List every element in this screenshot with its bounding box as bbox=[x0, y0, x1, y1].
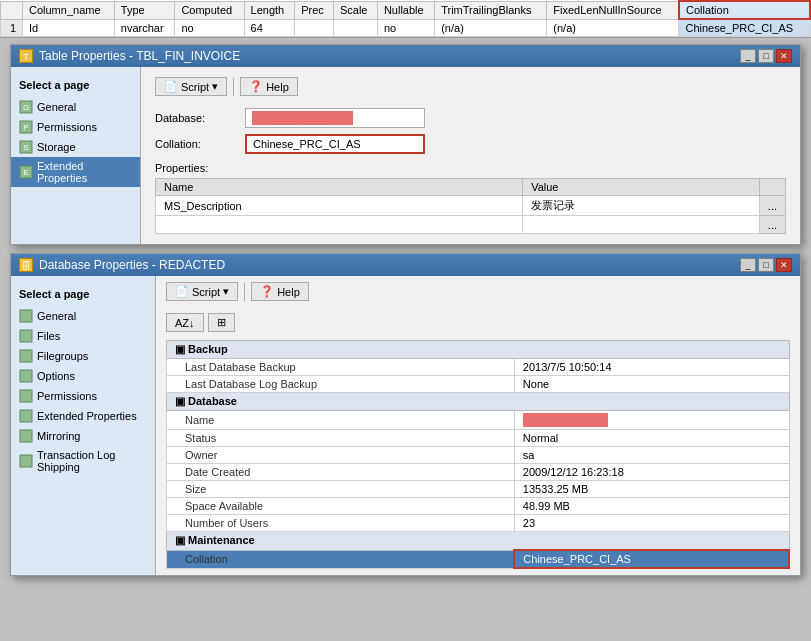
maximize-button[interactable]: □ bbox=[758, 49, 774, 63]
cell-owner-value: sa bbox=[514, 447, 789, 464]
row-owner: Owner sa bbox=[167, 447, 790, 464]
svg-rect-15 bbox=[20, 455, 32, 467]
cell-collation: Chinese_PRC_CI_AS bbox=[679, 19, 810, 37]
sidebar-label-permissions: Permissions bbox=[37, 121, 97, 133]
db-toolbar-sep bbox=[244, 283, 245, 301]
toolbar-sep bbox=[233, 78, 234, 96]
script-button[interactable]: 📄 Script ▾ bbox=[155, 77, 227, 96]
collation-value: Chinese_PRC_CI_AS bbox=[245, 134, 425, 154]
section-database-label: ▣ Database bbox=[167, 393, 790, 411]
db-sidebar-item-log-shipping[interactable]: Transaction Log Shipping bbox=[11, 446, 155, 476]
sidebar-item-permissions[interactable]: P Permissions bbox=[11, 117, 140, 137]
svg-text:S: S bbox=[23, 143, 28, 152]
svg-rect-14 bbox=[20, 430, 32, 442]
section-database-text: Database bbox=[188, 395, 237, 407]
cell-trim: (n/a) bbox=[435, 19, 547, 37]
row-last-log-backup: Last Database Log Backup None bbox=[167, 376, 790, 393]
db-script-button[interactable]: 📄 Script ▾ bbox=[166, 282, 238, 301]
cell-last-log-backup-name: Last Database Log Backup bbox=[167, 376, 515, 393]
section-backup-text: Backup bbox=[188, 343, 228, 355]
db-sidebar-item-extended[interactable]: Extended Properties bbox=[11, 406, 155, 426]
cell-num-users-value: 23 bbox=[514, 515, 789, 532]
db-help-button[interactable]: ❓ Help bbox=[251, 282, 309, 301]
sidebar-item-storage[interactable]: S Storage bbox=[11, 137, 140, 157]
col-header-trim: TrimTrailingBlanks bbox=[435, 1, 547, 19]
row-collation: Collation Chinese_PRC_CI_AS bbox=[167, 550, 790, 568]
collation-row: Collation: Chinese_PRC_CI_AS bbox=[155, 134, 786, 154]
db-help-icon: ❓ bbox=[260, 285, 274, 298]
props-name-1: MS_Description bbox=[156, 196, 523, 216]
db-sidebar-item-permissions[interactable]: Permissions bbox=[11, 386, 155, 406]
cell-status-label: Status bbox=[167, 430, 515, 447]
sidebar-item-extended-properties[interactable]: E Extended Properties bbox=[11, 157, 140, 187]
db-sidebar-item-options[interactable]: Options bbox=[11, 366, 155, 386]
section-database: ▣ Database bbox=[167, 393, 790, 411]
row-num-users: Number of Users 23 bbox=[167, 515, 790, 532]
section-maintenance-label: ▣ Maintenance bbox=[167, 532, 790, 551]
db-sidebar-item-files[interactable]: Files bbox=[11, 326, 155, 346]
sidebar-label-storage: Storage bbox=[37, 141, 76, 153]
db-props-body: Select a page General Files Filegroups O… bbox=[11, 276, 800, 575]
db-sidebar-label-files: Files bbox=[37, 330, 60, 342]
row-space-available: Space Available 48.99 MB bbox=[167, 498, 790, 515]
props-btn-empty[interactable]: ... bbox=[759, 216, 785, 234]
db-script-icon: 📄 bbox=[175, 285, 189, 298]
db-log-shipping-icon bbox=[19, 454, 33, 468]
database-value: REDACTED bbox=[245, 108, 425, 128]
help-button[interactable]: ❓ Help bbox=[240, 77, 298, 96]
props-col-name: Name bbox=[156, 179, 523, 196]
table-props-dialog: T Table Properties - TBL_FIN_INVOICE _ □… bbox=[10, 44, 801, 245]
db-title-left: 🗄 Database Properties - REDACTED bbox=[19, 258, 225, 272]
col-header-rownum bbox=[1, 1, 23, 19]
filter-button[interactable]: ⊞ bbox=[208, 313, 235, 332]
properties-section: Properties: Name Value MS_Description 发票… bbox=[155, 162, 786, 234]
cell-size-label: Size bbox=[167, 481, 515, 498]
cell-last-db-backup-name: Last Database Backup bbox=[167, 359, 515, 376]
storage-icon: S bbox=[19, 140, 33, 154]
cell-owner-label: Owner bbox=[167, 447, 515, 464]
property-grid: ▣ Backup Last Database Backup 2013/7/5 1… bbox=[166, 340, 790, 569]
db-minimize-button[interactable]: _ bbox=[740, 258, 756, 272]
cell-last-log-backup-value: None bbox=[514, 376, 789, 393]
db-close-button[interactable]: ✕ bbox=[776, 258, 792, 272]
svg-rect-10 bbox=[20, 350, 32, 362]
db-script-dropdown-icon: ▾ bbox=[223, 285, 229, 298]
db-sidebar-item-general[interactable]: General bbox=[11, 306, 155, 326]
db-sidebar-item-mirroring[interactable]: Mirroring bbox=[11, 426, 155, 446]
minimize-button[interactable]: _ bbox=[740, 49, 756, 63]
row-number: 1 bbox=[1, 19, 23, 37]
sidebar-label-general: General bbox=[37, 101, 76, 113]
col-header-type: Type bbox=[114, 1, 175, 19]
db-sidebar-label-log-shipping: Transaction Log Shipping bbox=[37, 449, 147, 473]
table-row: 1 Id nvarchar no 64 no (n/a) (n/a) Chine… bbox=[1, 19, 811, 37]
db-props-main: 📄 Script ▾ ❓ Help AZ↓ ⊞ bbox=[156, 276, 800, 575]
sort-button[interactable]: AZ↓ bbox=[166, 313, 204, 332]
sidebar-item-general[interactable]: G General bbox=[11, 97, 140, 117]
section-maintenance-text: Maintenance bbox=[188, 534, 255, 546]
script-label: Script bbox=[181, 81, 209, 93]
cell-computed: no bbox=[175, 19, 244, 37]
db-props-toolbar: 📄 Script ▾ ❓ Help bbox=[166, 282, 790, 301]
db-sidebar-label-mirroring: Mirroring bbox=[37, 430, 80, 442]
row-date-created: Date Created 2009/12/12 16:23:18 bbox=[167, 464, 790, 481]
row-last-db-backup: Last Database Backup 2013/7/5 10:50:14 bbox=[167, 359, 790, 376]
close-button[interactable]: ✕ bbox=[776, 49, 792, 63]
props-name-empty bbox=[156, 216, 523, 234]
row-size: Size 13533.25 MB bbox=[167, 481, 790, 498]
db-props-dialog: 🗄 Database Properties - REDACTED _ □ ✕ S… bbox=[10, 253, 801, 576]
db-sidebar-item-filegroups[interactable]: Filegroups bbox=[11, 346, 155, 366]
props-row-1: MS_Description 发票记录 ... bbox=[156, 196, 786, 216]
db-dialog-icon: 🗄 bbox=[19, 258, 33, 272]
db-maximize-button[interactable]: □ bbox=[758, 258, 774, 272]
collation-label: Collation: bbox=[155, 138, 245, 150]
svg-text:G: G bbox=[23, 103, 29, 112]
section-maintenance: ▣ Maintenance bbox=[167, 532, 790, 551]
row-name: Name REDACT bbox=[167, 411, 790, 430]
props-btn-1[interactable]: ... bbox=[759, 196, 785, 216]
db-sidebar-header: Select a page bbox=[11, 284, 155, 306]
row-status: Status Normal bbox=[167, 430, 790, 447]
db-options-icon bbox=[19, 369, 33, 383]
table-props-sidebar: Select a page G General P Permissions S … bbox=[11, 67, 141, 244]
cell-collation-value: Chinese_PRC_CI_AS bbox=[514, 550, 789, 568]
svg-rect-13 bbox=[20, 410, 32, 422]
